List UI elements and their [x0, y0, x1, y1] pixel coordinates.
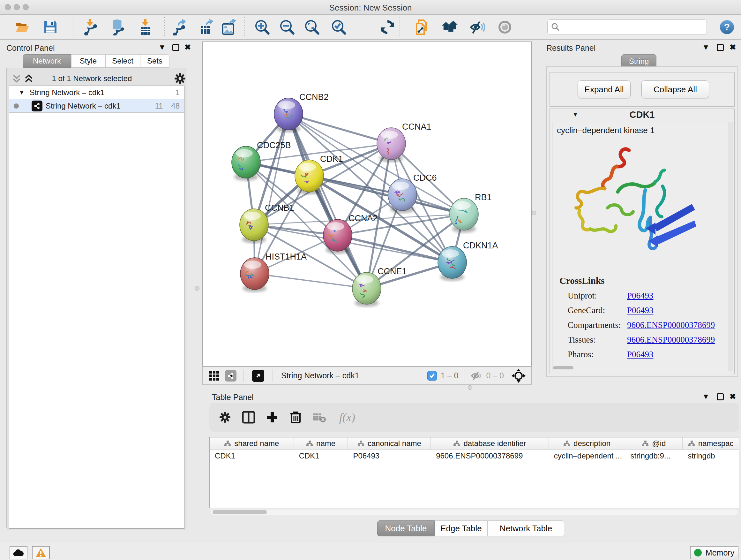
right-splitter-handle[interactable] — [532, 211, 536, 215]
tab-select[interactable]: Select — [105, 54, 140, 68]
birds-eye-view-button[interactable] — [252, 370, 264, 382]
node-CCNB2[interactable] — [274, 98, 303, 132]
cloud-button[interactable] — [10, 546, 27, 559]
node-CDK1[interactable] — [295, 160, 324, 194]
gear-icon[interactable] — [174, 72, 186, 85]
node-CDC25B[interactable] — [232, 146, 260, 181]
edge-HIST1H1A-CCNE1[interactable] — [255, 273, 367, 288]
network-canvas[interactable]: CDK1CCNB2CCNA1CDC25BCDC6RB1CCNB1CCNA2CDK… — [202, 42, 532, 367]
home-networks-button[interactable] — [442, 19, 458, 36]
save-session-button[interactable] — [42, 19, 59, 36]
cell-canonical-name[interactable]: P06493 — [348, 450, 431, 462]
close-panel-icon[interactable]: ✖ — [185, 43, 191, 52]
column-header-description[interactable]: description — [549, 437, 625, 449]
table-settings-button[interactable] — [213, 408, 237, 427]
hide-selected-button[interactable] — [469, 19, 486, 36]
crosslink-link[interactable]: 9606.ENSP00000378699 — [627, 335, 715, 345]
node-CCNE1[interactable] — [352, 272, 381, 307]
cdk1-details: cyclin–dependent kinase 1 CrossLinks Uni… — [552, 122, 733, 371]
column-header-shared-name[interactable]: shared name — [210, 437, 294, 449]
table-row[interactable]: CDK1 CDK1 P06493 9606.ENSP00000378699 cy… — [210, 450, 739, 462]
node-CCNB1[interactable] — [240, 209, 268, 243]
node-CDC6[interactable] — [388, 179, 417, 213]
float-panel-icon[interactable] — [172, 44, 179, 51]
export-table-button[interactable] — [199, 19, 215, 36]
results-vertical-scrollbar[interactable] — [729, 122, 733, 371]
column-header-name[interactable]: name — [294, 437, 348, 449]
crosslink-link[interactable]: P06493 — [627, 350, 654, 360]
float-panel-icon[interactable] — [717, 44, 724, 51]
crosslink-link[interactable]: P06493 — [627, 291, 654, 301]
network-graph[interactable]: CDK1CCNB2CCNA1CDC25BCDC6RB1CCNB1CCNA2CDK… — [203, 42, 531, 366]
tab-network-table[interactable]: Network Table — [488, 520, 564, 537]
float-panel-icon[interactable] — [717, 393, 724, 400]
import-network-database-button[interactable] — [110, 19, 126, 36]
tab-network[interactable]: Network — [23, 54, 71, 68]
zoom-in-button[interactable] — [254, 19, 271, 36]
node-RB1[interactable] — [450, 198, 478, 233]
tab-edge-table[interactable]: Edge Table — [434, 520, 488, 537]
node-CDKN1A[interactable] — [438, 246, 467, 281]
table-horizontal-scrollbar-thumb[interactable] — [212, 510, 267, 514]
tree-expander-icon[interactable]: ▼ — [19, 89, 24, 96]
tab-node-table[interactable]: Node Table — [377, 520, 434, 537]
memory-button[interactable]: Memory — [690, 546, 738, 559]
delete-table-button[interactable] — [308, 408, 331, 427]
collapse-panel-icon[interactable]: ▼ — [702, 43, 710, 52]
column-header-namespace[interactable]: namespac — [683, 437, 739, 449]
edge-CCNB2-HIST1H1A[interactable] — [255, 114, 288, 273]
horizontal-splitter-handle[interactable] — [468, 385, 472, 390]
hidden-eye-slash-icon[interactable] — [471, 371, 482, 381]
collapse-panel-icon[interactable]: ▼ — [702, 392, 710, 401]
collapse-panel-icon[interactable]: ▼ — [158, 43, 166, 52]
warning-button[interactable] — [32, 546, 50, 559]
zoom-out-button[interactable] — [279, 19, 295, 36]
node-HIST1H1A[interactable] — [240, 258, 269, 292]
search-input[interactable] — [560, 23, 697, 32]
cell-shared-name[interactable]: CDK1 — [210, 450, 294, 462]
network-view-share-icon[interactable] — [225, 370, 237, 381]
grid-view-icon[interactable] — [209, 371, 219, 381]
function-builder-button[interactable]: f(x) — [331, 408, 363, 427]
network-row-selected[interactable]: String Network – cdk1 11 48 — [9, 99, 184, 113]
export-network-button[interactable] — [172, 19, 188, 36]
cell-name[interactable]: CDK1 — [294, 450, 348, 462]
close-panel-icon[interactable]: ✖ — [730, 43, 736, 52]
network-collection-row[interactable]: ▼ String Network – cdk1 1 — [9, 86, 184, 99]
cell-description[interactable]: cyclin–dependent ... — [549, 450, 625, 462]
collapse-all-button[interactable]: Collapse All — [642, 80, 709, 98]
edge-CCNB2-CCNE1[interactable] — [288, 114, 367, 288]
node-CCNA1[interactable] — [377, 128, 406, 162]
tab-sets[interactable]: Sets — [140, 54, 170, 68]
column-header-id[interactable]: @id — [625, 437, 683, 449]
results-horizontal-scrollbar[interactable] — [553, 366, 574, 369]
column-header-canonical-name[interactable]: canonical name — [348, 437, 431, 449]
table-horizontal-scrollbar-track[interactable] — [211, 509, 738, 515]
close-panel-icon[interactable]: ✖ — [730, 392, 736, 401]
export-image-button[interactable] — [221, 19, 238, 36]
cell-namespace[interactable]: stringdb — [683, 450, 739, 462]
open-session-button[interactable] — [14, 19, 30, 36]
node-CCNA2[interactable] — [323, 219, 352, 254]
import-table-button[interactable] — [137, 19, 154, 36]
import-network-file-button[interactable] — [82, 19, 99, 36]
crosslink-link[interactable]: P06493 — [627, 306, 654, 315]
show-hidden-button[interactable] — [496, 19, 513, 36]
expand-all-button[interactable]: Expand All — [578, 80, 630, 98]
zoom-selected-button[interactable] — [331, 19, 347, 36]
crosslink-link[interactable]: 9606.ENSP00000378699 — [627, 320, 715, 330]
zoom-fit-button[interactable] — [304, 19, 320, 36]
add-column-button[interactable] — [260, 408, 284, 427]
left-splitter-handle[interactable] — [195, 286, 199, 291]
cell-database-identifier[interactable]: 9606.ENSP00000378699 — [431, 450, 549, 462]
clone-network-button[interactable] — [414, 19, 430, 36]
column-header-database-identifier[interactable]: database identifier — [431, 437, 549, 449]
help-button[interactable]: ? — [719, 19, 735, 36]
selected-nodes-checkbox[interactable] — [427, 371, 437, 381]
tab-style[interactable]: Style — [71, 54, 105, 68]
fit-selected-crosshair-icon[interactable] — [511, 368, 526, 383]
select-columns-button[interactable] — [237, 408, 260, 427]
cell-id[interactable]: stringdb:9... — [625, 450, 683, 462]
refresh-layout-button[interactable] — [379, 19, 396, 36]
delete-column-button[interactable] — [284, 408, 308, 427]
